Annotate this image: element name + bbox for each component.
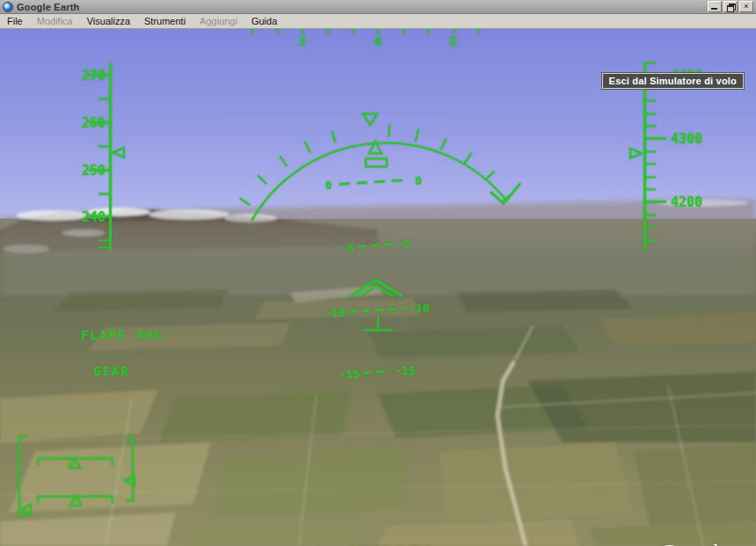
google-earth-window: Google Earth × File Modifica Visualizza … [0, 0, 756, 546]
menu-bar: File Modifica Visualizza Strumenti Aggiu… [0, 14, 756, 29]
menu-file[interactable]: File [0, 15, 30, 27]
window-title: Google Earth [17, 2, 79, 12]
terrain-imagery [0, 29, 756, 546]
menu-strumenti[interactable]: Strumenti [137, 15, 193, 27]
google-logo: Google [660, 542, 730, 546]
menu-aggiungi: Aggiungi [193, 15, 244, 27]
earth-3d-viewport[interactable]: 3 6 E 270 260 250 240 4400 4300 4200 [0, 29, 756, 546]
menu-guida[interactable]: Guida [244, 15, 284, 27]
close-button[interactable]: × [739, 1, 753, 12]
menu-visualizza[interactable]: Visualizza [80, 15, 137, 27]
google-earth-icon [3, 2, 13, 12]
menu-modifica: Modifica [30, 15, 80, 27]
exit-flight-simulator-button[interactable]: Esci dal Simulatore di volo [602, 73, 744, 89]
minimize-icon [711, 8, 717, 10]
google-watermark: ©2007 Google TM [640, 542, 740, 546]
restore-button[interactable] [723, 1, 738, 12]
title-bar[interactable]: Google Earth × [0, 0, 756, 14]
minimize-button[interactable] [708, 1, 722, 12]
